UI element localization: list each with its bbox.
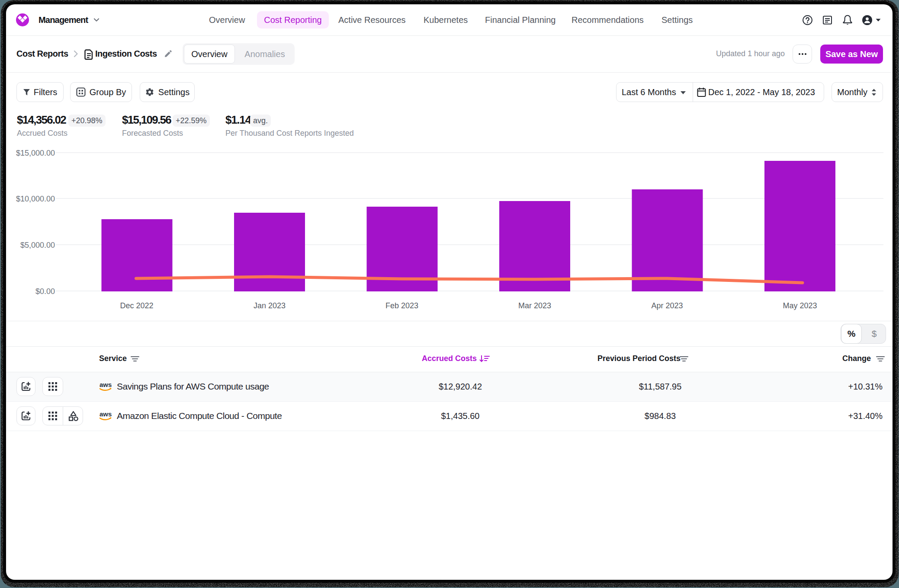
svg-text:$15,000.00: $15,000.00 — [16, 149, 55, 157]
svg-text:$0.00: $0.00 — [35, 287, 55, 296]
svg-text:Dec 2022: Dec 2022 — [120, 301, 153, 310]
svg-text:Apr 2023: Apr 2023 — [651, 301, 683, 310]
svg-text:$10,000.00: $10,000.00 — [16, 195, 55, 203]
svg-text:aws: aws — [100, 381, 112, 388]
svg-text:Mar 2023: Mar 2023 — [518, 301, 551, 310]
svg-text:aws: aws — [100, 410, 112, 418]
svg-text:Jan 2023: Jan 2023 — [254, 301, 286, 310]
svg-text:Feb 2023: Feb 2023 — [385, 301, 418, 310]
svg-text:$5,000.00: $5,000.00 — [20, 241, 55, 249]
svg-text:May 2023: May 2023 — [783, 301, 817, 310]
